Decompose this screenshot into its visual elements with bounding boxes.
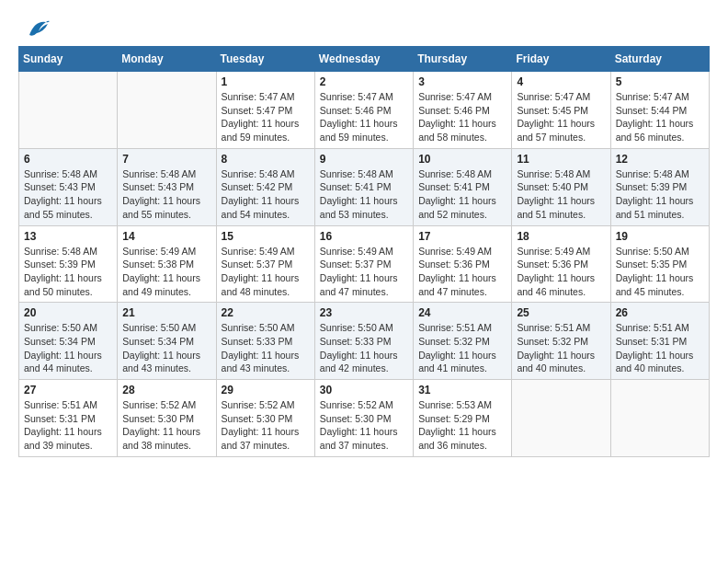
logo [18, 18, 50, 37]
day-info: Sunrise: 5:49 AMSunset: 5:36 PMDaylight:… [517, 245, 605, 299]
day-info: Sunrise: 5:51 AMSunset: 5:31 PMDaylight:… [616, 321, 704, 375]
day-info: Sunrise: 5:50 AMSunset: 5:34 PMDaylight:… [122, 321, 210, 375]
weekday-header-sunday: Sunday [19, 47, 118, 72]
day-number: 1 [222, 75, 310, 88]
calendar-cell [19, 72, 118, 149]
day-number: 29 [222, 384, 310, 396]
day-number: 21 [122, 306, 210, 319]
day-info: Sunrise: 5:52 AMSunset: 5:30 PMDaylight:… [320, 398, 408, 453]
calendar-cell: 14Sunrise: 5:49 AMSunset: 5:38 PMDayligh… [118, 225, 216, 303]
calendar-cell: 6Sunrise: 5:48 AMSunset: 5:43 PMDaylight… [19, 148, 118, 225]
calendar-cell: 26Sunrise: 5:51 AMSunset: 5:31 PMDayligh… [610, 303, 709, 380]
calendar-cell: 23Sunrise: 5:50 AMSunset: 5:33 PMDayligh… [314, 303, 413, 380]
calendar-cell: 27Sunrise: 5:51 AMSunset: 5:31 PMDayligh… [19, 380, 118, 457]
day-number: 28 [122, 384, 210, 396]
day-number: 13 [24, 230, 112, 243]
day-number: 27 [24, 384, 112, 396]
day-info: Sunrise: 5:48 AMSunset: 5:43 PMDaylight:… [122, 167, 210, 222]
day-info: Sunrise: 5:47 AMSunset: 5:46 PMDaylight:… [320, 90, 408, 144]
calendar-cell: 10Sunrise: 5:48 AMSunset: 5:41 PMDayligh… [414, 148, 512, 225]
calendar-table: SundayMondayTuesdayWednesdayThursdayFrid… [18, 46, 710, 457]
day-number: 8 [222, 153, 310, 166]
day-info: Sunrise: 5:49 AMSunset: 5:36 PMDaylight:… [418, 245, 506, 299]
weekday-header-thursday: Thursday [414, 47, 512, 72]
day-info: Sunrise: 5:48 AMSunset: 5:39 PMDaylight:… [616, 167, 704, 222]
day-number: 15 [222, 230, 310, 243]
day-info: Sunrise: 5:47 AMSunset: 5:46 PMDaylight:… [418, 90, 506, 144]
day-number: 10 [418, 153, 506, 166]
day-info: Sunrise: 5:52 AMSunset: 5:30 PMDaylight:… [122, 398, 210, 453]
calendar-cell: 3Sunrise: 5:47 AMSunset: 5:46 PMDaylight… [414, 72, 512, 149]
calendar-cell: 9Sunrise: 5:48 AMSunset: 5:41 PMDaylight… [314, 148, 413, 225]
day-info: Sunrise: 5:47 AMSunset: 5:44 PMDaylight:… [616, 90, 704, 144]
day-info: Sunrise: 5:49 AMSunset: 5:38 PMDaylight:… [122, 245, 210, 299]
calendar-cell: 13Sunrise: 5:48 AMSunset: 5:39 PMDayligh… [19, 225, 118, 303]
calendar-cell: 2Sunrise: 5:47 AMSunset: 5:46 PMDaylight… [314, 72, 413, 149]
day-info: Sunrise: 5:48 AMSunset: 5:43 PMDaylight:… [24, 167, 112, 222]
day-info: Sunrise: 5:49 AMSunset: 5:37 PMDaylight:… [222, 245, 310, 299]
day-info: Sunrise: 5:48 AMSunset: 5:41 PMDaylight:… [320, 167, 408, 222]
day-info: Sunrise: 5:50 AMSunset: 5:33 PMDaylight:… [222, 321, 310, 375]
day-info: Sunrise: 5:50 AMSunset: 5:35 PMDaylight:… [616, 245, 704, 299]
day-info: Sunrise: 5:47 AMSunset: 5:47 PMDaylight:… [222, 90, 310, 144]
day-number: 25 [517, 306, 605, 319]
calendar-cell: 30Sunrise: 5:52 AMSunset: 5:30 PMDayligh… [314, 380, 413, 457]
calendar-cell: 12Sunrise: 5:48 AMSunset: 5:39 PMDayligh… [610, 148, 709, 225]
calendar-cell: 8Sunrise: 5:48 AMSunset: 5:42 PMDaylight… [216, 148, 314, 225]
calendar-week-row: 20Sunrise: 5:50 AMSunset: 5:34 PMDayligh… [19, 303, 710, 380]
weekday-header-wednesday: Wednesday [314, 47, 413, 72]
day-info: Sunrise: 5:51 AMSunset: 5:31 PMDaylight:… [24, 398, 112, 453]
calendar-week-row: 6Sunrise: 5:48 AMSunset: 5:43 PMDaylight… [19, 148, 710, 225]
day-info: Sunrise: 5:51 AMSunset: 5:32 PMDaylight:… [418, 321, 506, 375]
calendar-cell: 19Sunrise: 5:50 AMSunset: 5:35 PMDayligh… [610, 225, 709, 303]
day-info: Sunrise: 5:52 AMSunset: 5:30 PMDaylight:… [222, 398, 310, 453]
calendar-cell [118, 72, 216, 149]
day-info: Sunrise: 5:48 AMSunset: 5:40 PMDaylight:… [517, 167, 605, 222]
calendar-cell: 4Sunrise: 5:47 AMSunset: 5:45 PMDaylight… [512, 72, 610, 149]
day-number: 22 [222, 306, 310, 319]
calendar-cell: 29Sunrise: 5:52 AMSunset: 5:30 PMDayligh… [216, 380, 314, 457]
day-info: Sunrise: 5:48 AMSunset: 5:42 PMDaylight:… [222, 167, 310, 222]
calendar-cell: 20Sunrise: 5:50 AMSunset: 5:34 PMDayligh… [19, 303, 118, 380]
day-number: 12 [616, 153, 704, 166]
day-number: 5 [616, 75, 704, 88]
day-number: 2 [320, 75, 408, 88]
calendar-cell: 24Sunrise: 5:51 AMSunset: 5:32 PMDayligh… [414, 303, 512, 380]
calendar-cell: 18Sunrise: 5:49 AMSunset: 5:36 PMDayligh… [512, 225, 610, 303]
calendar-cell: 7Sunrise: 5:48 AMSunset: 5:43 PMDaylight… [118, 148, 216, 225]
calendar-cell: 31Sunrise: 5:53 AMSunset: 5:29 PMDayligh… [414, 380, 512, 457]
calendar-cell: 25Sunrise: 5:51 AMSunset: 5:32 PMDayligh… [512, 303, 610, 380]
day-number: 30 [320, 384, 408, 396]
day-number: 31 [418, 384, 506, 396]
calendar-cell: 28Sunrise: 5:52 AMSunset: 5:30 PMDayligh… [118, 380, 216, 457]
day-info: Sunrise: 5:48 AMSunset: 5:41 PMDaylight:… [418, 167, 506, 222]
weekday-header-monday: Monday [118, 47, 216, 72]
day-number: 24 [418, 306, 506, 319]
day-info: Sunrise: 5:50 AMSunset: 5:34 PMDaylight:… [24, 321, 112, 375]
day-number: 17 [418, 230, 506, 243]
day-number: 19 [616, 230, 704, 243]
day-info: Sunrise: 5:51 AMSunset: 5:32 PMDaylight:… [517, 321, 605, 375]
weekday-header-tuesday: Tuesday [216, 47, 314, 72]
day-number: 23 [320, 306, 408, 319]
calendar-cell: 17Sunrise: 5:49 AMSunset: 5:36 PMDayligh… [414, 225, 512, 303]
day-info: Sunrise: 5:47 AMSunset: 5:45 PMDaylight:… [517, 90, 605, 144]
calendar-cell: 22Sunrise: 5:50 AMSunset: 5:33 PMDayligh… [216, 303, 314, 380]
day-number: 14 [122, 230, 210, 243]
day-number: 18 [517, 230, 605, 243]
weekday-header-friday: Friday [512, 47, 610, 72]
day-number: 6 [24, 153, 112, 166]
day-info: Sunrise: 5:49 AMSunset: 5:37 PMDaylight:… [320, 245, 408, 299]
calendar-cell: 16Sunrise: 5:49 AMSunset: 5:37 PMDayligh… [314, 225, 413, 303]
calendar-cell: 5Sunrise: 5:47 AMSunset: 5:44 PMDaylight… [610, 72, 709, 149]
calendar-header-row: SundayMondayTuesdayWednesdayThursdayFrid… [19, 47, 710, 72]
calendar-week-row: 13Sunrise: 5:48 AMSunset: 5:39 PMDayligh… [19, 225, 710, 303]
day-number: 9 [320, 153, 408, 166]
day-number: 11 [517, 153, 605, 166]
calendar-week-row: 1Sunrise: 5:47 AMSunset: 5:47 PMDaylight… [19, 72, 710, 149]
calendar-cell [610, 380, 709, 457]
calendar-cell: 11Sunrise: 5:48 AMSunset: 5:40 PMDayligh… [512, 148, 610, 225]
weekday-header-saturday: Saturday [610, 47, 709, 72]
calendar-cell: 1Sunrise: 5:47 AMSunset: 5:47 PMDaylight… [216, 72, 314, 149]
day-number: 16 [320, 230, 408, 243]
